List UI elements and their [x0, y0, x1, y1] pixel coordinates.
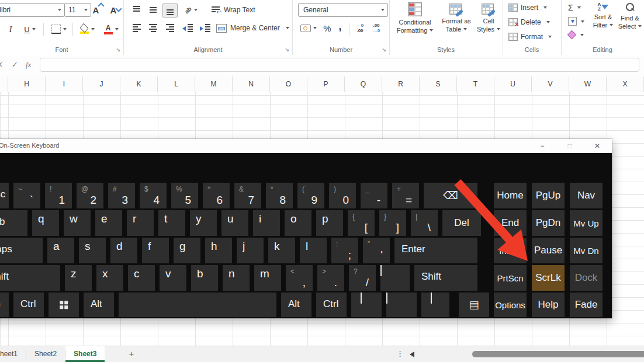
key-7[interactable]: &7	[234, 183, 261, 208]
key-mvup[interactable]: Mv Up	[570, 210, 603, 236]
align-left-button[interactable]	[130, 22, 144, 34]
underline-button[interactable]: U	[20, 22, 40, 36]
key-[interactable]: |\	[411, 210, 438, 236]
align-bottom-button[interactable]	[162, 4, 178, 18]
wrap-text-button[interactable]: ↩ Wrap Text	[212, 4, 276, 16]
decrease-indent-button[interactable]	[180, 22, 195, 34]
key-dock[interactable]: Dock	[570, 265, 603, 291]
osk-title-bar[interactable]: On-Screen Keyboard − □ ✕	[0, 139, 612, 153]
number-dialog-launcher-icon[interactable]: ↘	[382, 47, 386, 53]
sheet-tab-sheet1[interactable]: Sheet1	[0, 346, 26, 362]
key-w[interactable]: w	[64, 210, 91, 236]
font-dialog-launcher-icon[interactable]: ↘	[116, 47, 120, 53]
key-tab[interactable]: Tab	[0, 210, 27, 236]
align-center-button[interactable]	[146, 22, 160, 34]
column-header-x[interactable]: X	[607, 76, 644, 92]
column-header-k[interactable]: K	[120, 76, 158, 92]
key-o[interactable]: o	[285, 210, 311, 236]
arrow-right-key[interactable]	[421, 293, 449, 317]
column-header-h[interactable]: H	[8, 76, 46, 92]
key-help[interactable]: Help	[532, 293, 565, 317]
align-right-button[interactable]	[162, 22, 176, 34]
sheet-tab-sheet2[interactable]: Sheet2	[26, 346, 65, 362]
key-[interactable]: :;	[331, 238, 358, 263]
key-options[interactable]: Options	[494, 293, 527, 317]
accounting-format-button[interactable]	[299, 22, 318, 34]
key-d[interactable]: d	[110, 238, 137, 263]
arrow-left-key[interactable]	[351, 293, 382, 317]
minimize-button[interactable]: −	[534, 139, 551, 153]
key-j[interactable]: j	[237, 238, 264, 263]
key-end[interactable]: End	[494, 210, 527, 236]
decrease-decimal-button[interactable]: .00 →0	[369, 22, 384, 34]
font-color-button[interactable]: A	[101, 21, 122, 37]
key-q[interactable]: q	[32, 210, 59, 236]
key-i[interactable]: i	[253, 210, 280, 236]
formula-input[interactable]	[40, 58, 639, 72]
autosum-button[interactable]: Σ	[568, 3, 581, 12]
right-alt-key[interactable]: Alt	[281, 293, 311, 317]
key-x[interactable]: x	[96, 265, 123, 291]
key-3[interactable]: #3	[108, 183, 135, 208]
find-select-button[interactable]: Find & Select	[617, 2, 643, 30]
borders-button[interactable]	[48, 22, 70, 36]
key-[interactable]: ?/	[349, 265, 376, 291]
right-shift-key[interactable]: Shift	[414, 265, 477, 291]
key-pgdn[interactable]: PgDn	[532, 210, 565, 236]
key-[interactable]: _-	[361, 183, 387, 208]
key-fade[interactable]: Fade	[570, 293, 603, 317]
key-f[interactable]: f	[142, 238, 169, 263]
key-fn[interactable]: Fn	[0, 293, 9, 317]
column-header-v[interactable]: V	[532, 76, 569, 92]
arrow-down-key[interactable]	[386, 293, 417, 317]
key-8[interactable]: *8	[266, 183, 293, 208]
key-4[interactable]: $4	[140, 183, 167, 208]
column-header-w[interactable]: W	[569, 76, 607, 92]
space-key[interactable]	[119, 293, 276, 317]
number-format-combo[interactable]: General	[298, 3, 388, 17]
key-[interactable]: "'	[363, 238, 390, 263]
column-header-s[interactable]: S	[420, 76, 457, 92]
column-header-l[interactable]: L	[158, 76, 195, 92]
format-as-table-button[interactable]: Format as Table	[438, 2, 475, 33]
key-[interactable]: <,	[286, 265, 313, 291]
key-9[interactable]: (9	[297, 183, 324, 208]
key-scrlk[interactable]: ScrLk	[532, 265, 565, 291]
fill-button[interactable]	[568, 17, 584, 26]
key-m[interactable]: m	[254, 265, 281, 291]
font-size-combo[interactable]: 11	[64, 3, 91, 17]
arrow-up-key[interactable]	[380, 265, 410, 291]
comma-style-button[interactable]: ,	[335, 19, 345, 33]
key-esc[interactable]: Esc	[0, 183, 9, 208]
windows-key[interactable]	[49, 293, 79, 317]
key-[interactable]: ~`	[13, 183, 40, 208]
key-1[interactable]: !1	[45, 183, 72, 208]
key-k[interactable]: k	[268, 238, 295, 263]
cancel-button[interactable]: ✕	[0, 60, 3, 69]
conditional-formatting-button[interactable]: Conditional Formatting	[394, 2, 436, 34]
key-2[interactable]: @2	[77, 183, 103, 208]
key-u[interactable]: u	[221, 210, 248, 236]
scroll-left-arrow-icon[interactable]	[410, 351, 414, 357]
menu-key[interactable]: ▤	[459, 293, 489, 317]
grow-font-button[interactable]: A	[89, 4, 103, 16]
key-t[interactable]: t	[158, 210, 185, 236]
horizontal-scrollbar-thumb[interactable]	[472, 351, 644, 357]
column-header-j[interactable]: J	[83, 76, 120, 92]
key-e[interactable]: e	[95, 210, 122, 236]
key-b[interactable]: b	[191, 265, 218, 291]
backspace-key[interactable]: ⌫	[424, 183, 477, 208]
shrink-font-button[interactable]: A	[106, 4, 120, 16]
key-[interactable]: }]	[379, 210, 406, 236]
new-sheet-button[interactable]: +	[125, 346, 138, 362]
sort-filter-button[interactable]: AZ Sort & Filter	[589, 2, 617, 29]
key-l[interactable]: l	[300, 238, 327, 263]
key-6[interactable]: ^6	[203, 183, 230, 208]
column-header-u[interactable]: U	[494, 76, 532, 92]
key-r[interactable]: r	[127, 210, 154, 236]
increase-indent-button[interactable]	[198, 22, 213, 34]
key-n[interactable]: n	[223, 265, 250, 291]
key-g[interactable]: g	[174, 238, 200, 263]
key-p[interactable]: p	[316, 210, 343, 236]
column-header-t[interactable]: T	[457, 76, 494, 92]
